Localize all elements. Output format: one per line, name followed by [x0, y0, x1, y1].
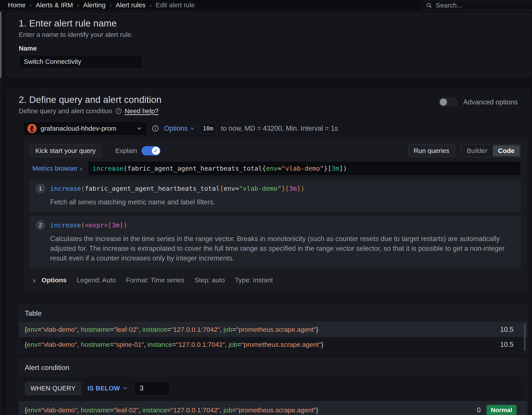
- explain-step-1-expression: increase(fabric_agent_agent_heartbeats_t…: [50, 185, 304, 192]
- series-labels: {env="vlab-demo", hostname="leaf-02", in…: [25, 406, 318, 414]
- query-editor-panel: Kick start your query Explain ✓ Run quer…: [23, 139, 527, 291]
- explain-toggle[interactable]: ✓: [142, 146, 161, 155]
- breadcrumb: Home › Alerts & IRM › Alerting › Alert r…: [8, 1, 195, 9]
- relative-time-badge[interactable]: 10m: [200, 123, 216, 134]
- step2-card: 2. Define query and alert condition Defi…: [6, 88, 531, 415]
- alert-instance-row: {env="vlab-demo", hostname="leaf-02", in…: [19, 401, 527, 415]
- alert-condition-title: Alert condition: [19, 359, 527, 376]
- breadcrumb-separator: ›: [109, 1, 112, 9]
- threshold-value-input[interactable]: [134, 381, 170, 395]
- series-labels: {env="vlab-demo", hostname="spine-01", i…: [25, 341, 323, 348]
- datasource-name: grafanacloud-hhdev-prom: [41, 125, 116, 132]
- alert-rule-name-input[interactable]: [19, 55, 142, 68]
- step2-title: 2. Define query and alert condition: [19, 94, 162, 105]
- step1-card: 1. Enter alert rule name Enter a name to…: [6, 13, 531, 77]
- query-options-summary-row[interactable]: › Options Legend: Auto Format: Time seri…: [30, 274, 521, 286]
- explain-step-1-description: Fetch all series matching metric name an…: [50, 197, 515, 207]
- breadcrumb-alerts-irm[interactable]: Alerts & IRM: [36, 1, 73, 9]
- name-field-label: Name: [19, 45, 518, 52]
- explain-step-1: 1 increase(fabric_agent_agent_heartbeats…: [30, 179, 521, 212]
- breadcrumb-separator: ›: [77, 1, 79, 9]
- query-options-expander[interactable]: Options: [164, 124, 195, 132]
- options-row-label: Options: [41, 276, 66, 284]
- time-range-summary: to now, MD = 43200, Min. Interval = 1s: [221, 124, 338, 132]
- info-circle-icon: [152, 125, 159, 132]
- series-value: 0: [477, 406, 481, 414]
- step2-subtitle: Define query and alert condition: [19, 107, 112, 115]
- kick-start-query-button[interactable]: Kick start your query: [30, 144, 101, 157]
- editor-mode-toggle: Builder Code: [461, 144, 521, 157]
- page-scrollbar-thumb[interactable]: [0, 12, 1, 78]
- breadcrumb-separator: ›: [150, 1, 152, 9]
- chevron-right-icon: ›: [80, 164, 82, 173]
- question-circle-icon: ?: [115, 107, 122, 114]
- global-search[interactable]: [421, 0, 532, 10]
- table-scrollbar-thumb[interactable]: [524, 323, 526, 351]
- explain-step-2: 2 increase(<expr>[3m]) Calculates the in…: [30, 216, 521, 268]
- top-nav-bar: Home › Alerts & IRM › Alerting › Alert r…: [0, 0, 532, 10]
- alert-condition-panel: Alert condition WHEN QUERY IS BELOW {env…: [19, 359, 527, 415]
- step1-title: 1. Enter alert rule name: [19, 18, 518, 29]
- chevron-down-icon: [122, 386, 128, 391]
- alert-state-badge: Normal: [486, 405, 517, 415]
- prometheus-icon: [27, 124, 37, 133]
- breadcrumb-separator: ›: [29, 1, 32, 9]
- step-number-badge: 1: [36, 184, 45, 193]
- table-row: {env="vlab-demo", hostname="leaf-02", in…: [19, 322, 527, 337]
- breadcrumb-alerting[interactable]: Alerting: [83, 1, 105, 9]
- toggle-knob: [440, 98, 447, 106]
- chevron-down-icon: [136, 125, 142, 132]
- promql-expression: increase(fabric_agent_agent_heartbeats_t…: [93, 165, 347, 172]
- explain-step-2-description: Calculates the increase in the time seri…: [50, 234, 515, 263]
- series-value: 10.5: [500, 341, 522, 349]
- type-option: Type: Instant: [235, 276, 273, 284]
- explain-step-2-expression: increase(<expr>[3m]): [50, 221, 127, 229]
- metrics-browser-button[interactable]: Metrics browser ›: [30, 161, 88, 176]
- run-queries-button[interactable]: Run queries: [408, 144, 455, 157]
- chevron-down-icon: [190, 126, 195, 131]
- series-value: 10.5: [500, 326, 522, 334]
- svg-text:?: ?: [117, 109, 119, 113]
- datasource-picker[interactable]: grafanacloud-hhdev-prom: [23, 122, 147, 136]
- advanced-options-label: Advanced options: [463, 98, 518, 106]
- breadcrumb-home[interactable]: Home: [8, 1, 26, 9]
- table-panel-title: Table: [19, 305, 527, 322]
- search-icon: [426, 2, 432, 9]
- need-help-link[interactable]: Need help?: [125, 107, 159, 115]
- query-result-table-panel: Table {env="vlab-demo", hostname="leaf-0…: [19, 305, 527, 352]
- builder-mode-option[interactable]: Builder: [462, 145, 493, 156]
- promql-code-editor[interactable]: increase(fabric_agent_agent_heartbeats_t…: [88, 161, 521, 176]
- explain-toggle-label: Explain: [115, 147, 137, 154]
- table-row: {env="vlab-demo", hostname="spine-01", i…: [19, 337, 527, 352]
- breadcrumb-edit-alert-rule: Edit alert rule: [156, 1, 195, 9]
- step1-subtitle: Enter a name to identify your alert rule…: [19, 31, 518, 38]
- breadcrumb-alert-rules[interactable]: Alert rules: [116, 1, 145, 9]
- step-number-badge: 2: [36, 220, 45, 230]
- series-labels: {env="vlab-demo", hostname="leaf-02", in…: [25, 326, 318, 333]
- code-mode-option[interactable]: Code: [493, 145, 520, 156]
- chevron-right-icon: ›: [33, 276, 35, 284]
- advanced-options-toggle[interactable]: [439, 98, 458, 107]
- condition-operator-dropdown[interactable]: IS BELOW: [87, 385, 128, 392]
- step-option: Step: auto: [195, 276, 225, 284]
- legend-option: Legend: Auto: [77, 276, 116, 284]
- when-query-label: WHEN QUERY: [25, 381, 81, 395]
- page-scrollbar-track: [0, 10, 1, 415]
- search-input[interactable]: [436, 1, 529, 9]
- toggle-knob: ✓: [152, 147, 160, 155]
- format-option: Format: Time series: [126, 276, 185, 284]
